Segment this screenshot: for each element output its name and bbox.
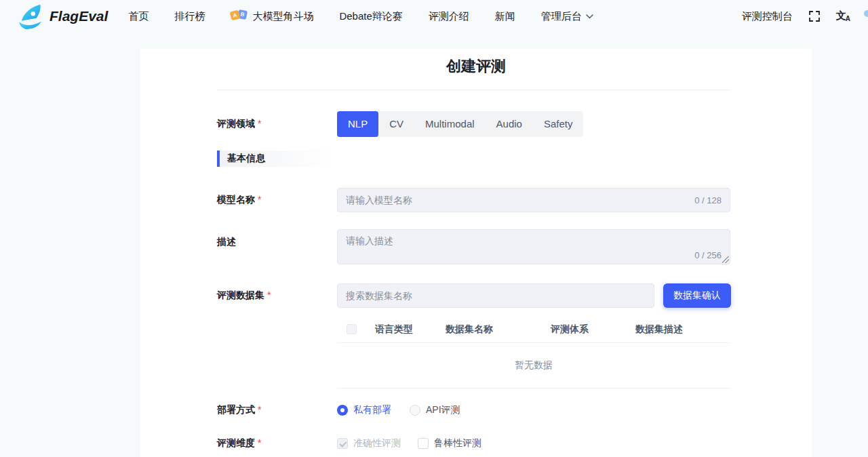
- nav-item-arena[interactable]: A B 大模型角斗场: [231, 9, 313, 24]
- form-row-model-name: 模型名称 0 / 128: [217, 188, 731, 212]
- description-label: 描述: [217, 229, 337, 254]
- description-field: 0 / 256: [337, 229, 730, 264]
- flageval-logo-icon: [17, 3, 45, 30]
- radio-unchecked-icon: [410, 405, 420, 416]
- select-all-checkbox[interactable]: [347, 324, 357, 334]
- dimension-label: 评测维度: [217, 437, 337, 450]
- top-nav: FlagEval 首页 排行榜 A B 大模型角斗场 Debate辩论赛 评测介…: [0, 0, 868, 33]
- table-empty-state: 暂无数据: [337, 343, 730, 389]
- chevron-down-icon: [586, 14, 593, 19]
- model-name-field: 0 / 128: [337, 188, 730, 212]
- nav-right-cluster: 评测控制台 文A: [742, 10, 850, 23]
- title-divider: [217, 90, 731, 90]
- section-basic-info: 基本信息: [217, 151, 334, 167]
- nav-menu: 首页 排行榜 A B 大模型角斗场 Debate辩论赛 评测介绍 新闻 管理后台: [128, 9, 593, 24]
- nav-item-admin[interactable]: 管理后台: [541, 10, 593, 23]
- tab-safety[interactable]: Safety: [533, 111, 584, 137]
- dataset-search-input[interactable]: [346, 290, 646, 301]
- radio-checked-icon: [337, 405, 348, 416]
- brand-logo[interactable]: FlagEval: [17, 3, 108, 30]
- model-name-label: 模型名称: [217, 194, 337, 206]
- form-row-deployment: 部署方式 私有部署 API评测: [217, 403, 731, 418]
- form-row-dataset: 评测数据集 数据集确认: [217, 283, 731, 308]
- nav-item-home[interactable]: 首页: [128, 10, 149, 23]
- nav-item-leaderboard[interactable]: 排行榜: [174, 10, 205, 23]
- form-row-domain: 评测领域 NLP CV Multimodal Audio Safety: [217, 111, 731, 137]
- tab-audio[interactable]: Audio: [486, 111, 533, 137]
- checkbox-robustness-eval[interactable]: 鲁棒性评测: [418, 437, 481, 450]
- tab-nlp[interactable]: NLP: [337, 111, 378, 137]
- col-language-type: 语言类型: [375, 323, 446, 336]
- deployment-label: 部署方式: [217, 404, 337, 416]
- dataset-search-field: [337, 283, 654, 308]
- floating-widget-dot[interactable]: [864, 10, 868, 17]
- description-textarea[interactable]: [338, 230, 730, 264]
- model-name-input[interactable]: [346, 195, 688, 205]
- dataset-confirm-button[interactable]: 数据集确认: [663, 283, 731, 308]
- domain-tab-group: NLP CV Multimodal Audio Safety: [337, 111, 583, 137]
- resize-handle[interactable]: [722, 256, 729, 263]
- ab-flags-icon: A B: [231, 9, 248, 24]
- radio-api-eval[interactable]: API评测: [410, 404, 460, 416]
- dataset-table: 语言类型 数据集名称 评测体系 数据集描述 暂无数据: [337, 316, 730, 389]
- dataset-label: 评测数据集: [217, 290, 337, 302]
- fullscreen-icon[interactable]: [809, 11, 820, 22]
- tab-multimodal[interactable]: Multimodal: [414, 111, 486, 137]
- nav-item-news[interactable]: 新闻: [495, 10, 515, 23]
- dataset-table-header: 语言类型 数据集名称 评测体系 数据集描述: [337, 316, 730, 343]
- create-eval-card: 创建评测 评测领域 NLP CV Multimodal Audio Safety…: [140, 49, 812, 457]
- page-title: 创建评测: [140, 49, 812, 77]
- console-link[interactable]: 评测控制台: [742, 10, 793, 23]
- model-name-counter: 0 / 128: [694, 195, 722, 205]
- col-dataset-name: 数据集名称: [446, 323, 551, 336]
- form-row-dimension: 评测维度 准确性评测 鲁棒性评测: [217, 436, 731, 451]
- domain-label: 评测领域: [217, 118, 337, 130]
- tab-cv[interactable]: CV: [378, 111, 414, 137]
- description-counter: 0 / 256: [694, 250, 722, 260]
- brand-name: FlagEval: [50, 8, 108, 24]
- form-row-description: 描述 0 / 256: [217, 229, 731, 264]
- nav-item-intro[interactable]: 评测介绍: [429, 10, 469, 23]
- create-eval-form: 评测领域 NLP CV Multimodal Audio Safety 基本信息…: [140, 111, 812, 451]
- radio-private-deploy[interactable]: 私有部署: [337, 404, 391, 416]
- translate-icon[interactable]: 文A: [836, 10, 850, 22]
- checkbox-unchecked-icon: [418, 438, 429, 449]
- nav-item-debate[interactable]: Debate辩论赛: [339, 10, 402, 23]
- col-dataset-desc: 数据集描述: [635, 323, 730, 336]
- col-eval-system: 评测体系: [551, 323, 635, 336]
- checkbox-checked-disabled-icon: [337, 438, 348, 449]
- checkbox-accuracy-eval: 准确性评测: [337, 437, 401, 450]
